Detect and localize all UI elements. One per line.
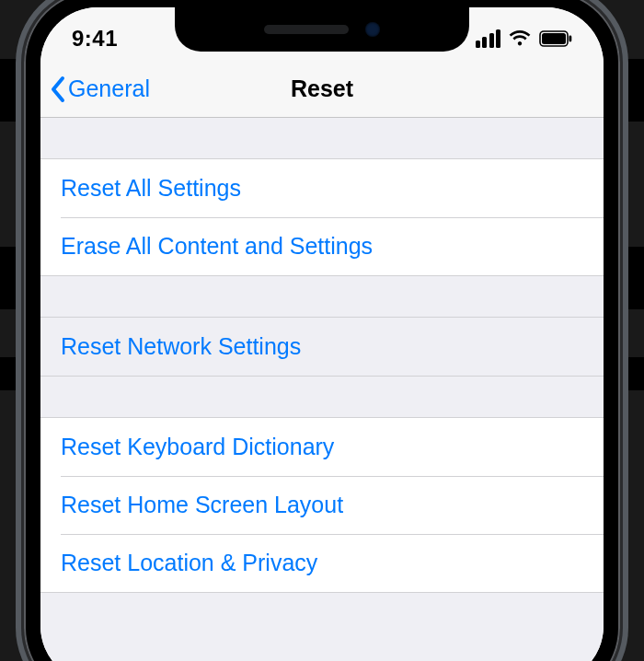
row-reset-all-settings[interactable]: Reset All Settings [40,159,604,217]
page-title: Reset [291,75,353,102]
back-button-label: General [68,75,150,102]
earpiece-speaker [264,25,349,34]
svg-rect-1 [542,33,566,44]
row-label: Reset Network Settings [61,333,301,359]
phone-frame: 9:41 [24,0,620,661]
group-spacer [40,276,604,317]
phone-screen: 9:41 [40,7,604,661]
group-spacer [40,118,604,158]
settings-group: Reset All Settings Erase All Content and… [40,158,604,276]
settings-content: Reset All Settings Erase All Content and… [40,118,604,661]
phone-notch [175,7,469,52]
settings-group: Reset Keyboard Dictionary Reset Home Scr… [40,417,604,593]
svg-rect-2 [569,36,572,42]
row-reset-keyboard[interactable]: Reset Keyboard Dictionary [40,418,604,476]
row-reset-network[interactable]: Reset Network Settings [40,318,604,376]
row-reset-home-screen[interactable]: Reset Home Screen Layout [40,476,604,534]
wifi-icon [508,29,532,48]
row-label: Erase All Content and Settings [61,233,373,259]
row-label: Reset All Settings [61,175,241,201]
row-erase-all[interactable]: Erase All Content and Settings [40,217,604,275]
back-button[interactable]: General [50,61,150,117]
battery-icon [539,30,572,47]
group-spacer [40,377,604,417]
row-label: Reset Location & Privacy [61,550,317,575]
chevron-left-icon [50,75,66,103]
navigation-bar: General Reset [40,61,604,118]
row-reset-location-privacy[interactable]: Reset Location & Privacy [40,534,604,592]
cellular-signal-icon [476,29,501,48]
row-label: Reset Home Screen Layout [61,492,343,517]
settings-group: Reset Network Settings [40,317,604,377]
status-time: 9:41 [72,26,118,52]
status-indicators [476,29,573,48]
front-camera [365,22,380,37]
row-label: Reset Keyboard Dictionary [61,434,334,459]
